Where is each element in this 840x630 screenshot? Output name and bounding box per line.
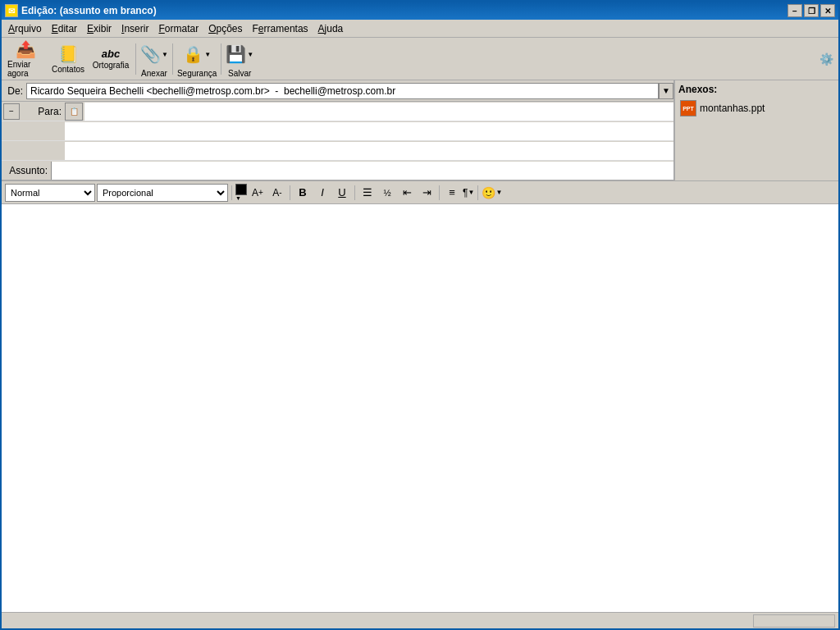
font-shrink-button[interactable]: A- bbox=[268, 184, 286, 202]
paragraph-dropdown[interactable]: ¶ ▼ bbox=[463, 187, 474, 199]
contacts-icon: 📒 bbox=[58, 44, 79, 64]
toolbar-sep-2 bbox=[172, 43, 173, 75]
to-row: − Para: 📋 bbox=[2, 102, 673, 121]
font-color-arrow: ▼ bbox=[235, 195, 247, 201]
toolbar-sep-3 bbox=[221, 43, 221, 75]
security-label: Segurança bbox=[177, 69, 217, 78]
status-bar bbox=[2, 612, 838, 628]
fmt-sep-3 bbox=[354, 185, 355, 200]
menu-inserir[interactable]: Inserir bbox=[116, 21, 153, 36]
menu-ajuda[interactable]: Ajuda bbox=[313, 21, 349, 36]
format-toolbar: Normal Proporcional ▼ A+ A- B I U ☰ ½ ⇤ … bbox=[2, 181, 838, 204]
menu-editar[interactable]: Editar bbox=[47, 21, 82, 36]
to-address-book-button[interactable]: 📋 bbox=[65, 103, 83, 121]
font-color-button[interactable]: ▼ bbox=[235, 184, 247, 201]
status-bar-panel bbox=[753, 614, 835, 628]
email-header-area: De: ▼ − Para: 📋 bbox=[2, 80, 838, 181]
bold-button[interactable]: B bbox=[294, 184, 312, 202]
attach-button[interactable]: 📎 ▼ Anexar bbox=[140, 40, 168, 78]
font-color-swatch bbox=[235, 184, 247, 195]
to-expand-button[interactable]: − bbox=[3, 103, 20, 120]
save-icon: 💾 bbox=[226, 44, 246, 64]
toolbar-sep-1 bbox=[135, 43, 136, 75]
title-bar-controls: − ❐ ✕ bbox=[788, 4, 835, 17]
subject-input[interactable] bbox=[51, 162, 673, 180]
toolbar: 📤 Enviar agora 📒 Contatos abc Ortografia… bbox=[2, 38, 838, 80]
cc-row bbox=[2, 121, 673, 141]
attachment-filename: montanhas.ppt bbox=[700, 103, 765, 114]
compose-body[interactable] bbox=[2, 204, 838, 612]
fmt-sep-5 bbox=[477, 185, 478, 200]
spell-label: Ortografia bbox=[93, 61, 129, 70]
menu-exibir[interactable]: Exibir bbox=[82, 21, 116, 36]
main-window: ✉ Edição: (assunto em branco) − ❐ ✕ Arqu… bbox=[0, 0, 840, 630]
numbered-list-button[interactable]: ½ bbox=[378, 184, 396, 202]
from-label: De: bbox=[2, 85, 26, 97]
bcc-row bbox=[2, 141, 673, 161]
save-label: Salvar bbox=[228, 69, 251, 78]
attachments-panel: Anexos: PPT montanhas.ppt bbox=[674, 80, 838, 180]
title-bar: ✉ Edição: (assunto em branco) − ❐ ✕ bbox=[2, 2, 838, 20]
font-grow-button[interactable]: A+ bbox=[249, 184, 267, 202]
security-icon: 🔒 bbox=[183, 44, 203, 64]
cc-input[interactable] bbox=[65, 122, 673, 140]
emoji-dropdown[interactable]: 🙂 ▼ bbox=[482, 186, 502, 199]
save-dropdown-arrow: ▼ bbox=[247, 51, 253, 58]
emoji-icon: 🙂 bbox=[482, 186, 495, 199]
from-row: De: ▼ bbox=[2, 80, 673, 102]
minimize-button[interactable]: − bbox=[788, 4, 802, 17]
indent-increase-button[interactable]: ⇥ bbox=[418, 184, 436, 202]
font-select[interactable]: Proporcional bbox=[97, 184, 228, 202]
underline-button[interactable]: U bbox=[333, 184, 351, 202]
contacts-label: Contatos bbox=[52, 65, 84, 74]
menu-ferramentas[interactable]: Ferramentas bbox=[248, 21, 313, 36]
emoji-arrow: ▼ bbox=[495, 189, 502, 196]
security-dropdown-arrow: ▼ bbox=[204, 51, 211, 58]
settings-icon: ⚙️ bbox=[817, 50, 835, 68]
spell-button[interactable]: abc Ortografia bbox=[90, 40, 131, 78]
attach-dropdown-arrow: ▼ bbox=[162, 51, 168, 58]
from-dropdown-button[interactable]: ▼ bbox=[659, 83, 673, 99]
fmt-sep-2 bbox=[290, 185, 290, 200]
ppt-icon-label: PPT bbox=[682, 106, 694, 112]
indent-decrease-button[interactable]: ⇤ bbox=[398, 184, 416, 202]
app-icon: ✉ bbox=[5, 4, 18, 17]
fmt-sep-1 bbox=[231, 185, 232, 200]
body-container bbox=[2, 204, 838, 612]
spell-icon: abc bbox=[102, 48, 120, 60]
ppt-icon: PPT bbox=[680, 100, 696, 116]
bullets-button[interactable]: ☰ bbox=[358, 184, 377, 202]
from-input[interactable] bbox=[26, 83, 659, 99]
subject-row: Assunto: bbox=[2, 161, 673, 180]
menu-arquivo[interactable]: Arquivo bbox=[3, 21, 47, 36]
save-button[interactable]: 💾 ▼ Salvar bbox=[226, 40, 253, 78]
send-now-label: Enviar agora bbox=[7, 60, 43, 78]
style-select[interactable]: Normal bbox=[5, 184, 95, 202]
fmt-sep-4 bbox=[439, 185, 440, 200]
to-label: Para: bbox=[20, 106, 65, 117]
bcc-input[interactable] bbox=[65, 142, 673, 160]
contacts-button[interactable]: 📒 Contatos bbox=[48, 40, 89, 78]
attach-label: Anexar bbox=[141, 69, 167, 78]
paragraph-arrow: ▼ bbox=[468, 189, 474, 196]
security-button[interactable]: 🔒 ▼ Segurança bbox=[177, 40, 217, 78]
to-input[interactable] bbox=[84, 103, 673, 121]
attach-icon: 📎 bbox=[140, 44, 161, 64]
send-now-icon: 📤 bbox=[16, 39, 36, 59]
menu-formatar[interactable]: Formatar bbox=[153, 21, 203, 36]
send-now-button[interactable]: 📤 Enviar agora bbox=[5, 40, 46, 78]
menu-bar: Arquivo Editar Exibir Inserir Formatar O… bbox=[2, 20, 838, 38]
menu-opcoes[interactable]: Opções bbox=[203, 21, 247, 36]
title-bar-left: ✉ Edição: (assunto em branco) bbox=[5, 4, 157, 17]
subject-label: Assunto: bbox=[2, 165, 51, 176]
align-button[interactable]: ≡ bbox=[443, 184, 461, 202]
attachment-item-montanhas[interactable]: PPT montanhas.ppt bbox=[678, 98, 835, 118]
window-title: Edição: (assunto em branco) bbox=[21, 5, 157, 16]
close-button[interactable]: ✕ bbox=[820, 4, 835, 17]
attachments-title: Anexos: bbox=[678, 84, 835, 95]
italic-button[interactable]: I bbox=[313, 184, 331, 202]
email-fields: De: ▼ − Para: 📋 bbox=[2, 80, 674, 180]
restore-button[interactable]: ❐ bbox=[804, 4, 819, 17]
